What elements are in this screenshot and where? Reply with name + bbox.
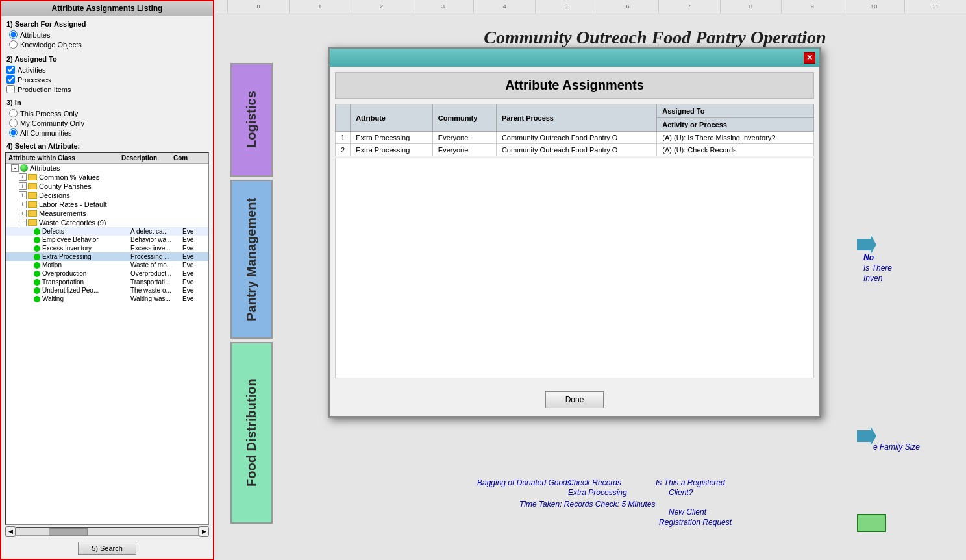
scroll-thumb[interactable]	[49, 528, 88, 536]
expand-root[interactable]: -	[11, 164, 19, 172]
extra-com: Eve	[182, 253, 208, 260]
table-row-2[interactable]: 2 Extra Processing Everyone Community Ou…	[336, 144, 814, 156]
radio-knowledge[interactable]: Knowledge Objects	[9, 40, 208, 49]
waiting-com: Eve	[182, 295, 208, 302]
dialog-footer: Done	[330, 383, 819, 416]
expand-waste[interactable]: -	[19, 219, 27, 226]
motion-desc: Waste of mo...	[130, 262, 182, 269]
expand-county[interactable]: +	[19, 182, 27, 190]
item-overproduction[interactable]: Overproduction Overproduct... Eve	[6, 269, 208, 278]
row2-num: 2	[336, 144, 351, 156]
radio-knowledge-input[interactable]	[9, 40, 18, 49]
section3-radios: This Process Only My Community Only All …	[6, 109, 208, 137]
under-com: Eve	[182, 287, 208, 294]
excess-name: Excess Inventory	[42, 245, 130, 252]
attribute-tree[interactable]: Attribute within Class Description Com -…	[5, 152, 209, 525]
item-excess-inventory[interactable]: Excess Inventory Excess inve... Eve	[6, 244, 208, 252]
radio-my-community-input[interactable]	[9, 119, 18, 127]
radio-my-community[interactable]: My Community Only	[9, 119, 208, 127]
radio-attributes[interactable]: Attributes	[9, 30, 208, 39]
defects-row: Defects A defect ca... Eve	[42, 228, 208, 235]
defects-com: Eve	[182, 228, 208, 235]
radio-this-process[interactable]: This Process Only	[9, 109, 208, 117]
panel-title: Attribute Assignments Listing	[1, 1, 213, 16]
cb-activities-input[interactable]	[6, 66, 15, 74]
folder-labor[interactable]: + Labor Rates - Default	[6, 200, 208, 209]
over-com: Eve	[182, 270, 208, 277]
radio-all-communities-input[interactable]	[9, 128, 18, 137]
tree-col1-header: Attribute within Class	[8, 154, 121, 162]
section3-label: 3) In	[6, 99, 208, 106]
excess-row: Excess Inventory Excess inve... Eve	[42, 245, 208, 252]
expand-labor[interactable]: +	[19, 201, 27, 208]
ruler-2: 2	[351, 0, 412, 14]
folder-decisions-icon	[28, 192, 37, 199]
section1: 1) Search For Assigned Attributes Knowle…	[1, 16, 213, 53]
circle-extra	[34, 254, 40, 260]
expand-decisions[interactable]: +	[19, 191, 27, 199]
row2-attribute: Extra Processing	[351, 144, 433, 156]
th-assigned-to: Assigned To	[657, 104, 814, 118]
row1-community: Everyone	[432, 132, 496, 144]
done-button[interactable]: Done	[545, 391, 604, 408]
folder-county[interactable]: + County Parishes	[6, 182, 208, 191]
section3: 3) In This Process Only My Community Onl…	[1, 96, 213, 140]
scroll-left-btn[interactable]: ◀	[5, 526, 16, 537]
item-extra-processing[interactable]: Extra Processing Processing ... Eve	[6, 252, 208, 261]
tree-root[interactable]: - Attributes	[6, 164, 208, 173]
empty-content-area	[335, 158, 814, 378]
expand-common[interactable]: +	[19, 173, 27, 181]
row1-num: 1	[336, 132, 351, 144]
item-motion[interactable]: Motion Waste of mo... Eve	[6, 261, 208, 269]
item-waiting[interactable]: Waiting Waiting was... Eve	[6, 295, 208, 303]
table-row-1[interactable]: 1 Extra Processing Everyone Community Ou…	[336, 132, 814, 144]
emp-row: Employee Behavior Behavior wa... Eve	[42, 236, 208, 243]
dialog-overlay: ✕ Attribute Assignments Attribute Commun…	[214, 14, 966, 560]
assignments-table: Attribute Community Parent Process Assig…	[335, 104, 814, 156]
folder-waste-icon	[28, 219, 37, 226]
ruler-8: 8	[720, 0, 782, 14]
defects-name: Defects	[42, 228, 130, 235]
assigned-to-left-col: Activities Processes Production Items	[6, 66, 71, 93]
circle-waiting	[34, 296, 40, 302]
item-transport[interactable]: Transportation Transportati... Eve	[6, 278, 208, 286]
cb-processes[interactable]: Processes	[6, 75, 71, 84]
section2-checkboxes: Activities Processes Production Items	[6, 66, 208, 93]
row1-attribute: Extra Processing	[351, 132, 433, 144]
item-underutilized[interactable]: Underutilized Peo... The waste o... Eve	[6, 286, 208, 295]
cb-production-items[interactable]: Production Items	[6, 85, 71, 93]
ruler-9: 9	[781, 0, 843, 14]
left-panel: Attribute Assignments Listing 1) Search …	[0, 0, 214, 560]
ruler-11: 11	[904, 0, 966, 14]
motion-com: Eve	[182, 262, 208, 269]
under-desc: The waste o...	[130, 287, 182, 294]
scroll-right-btn[interactable]: ▶	[199, 526, 209, 537]
folder-decisions[interactable]: + Decisions	[6, 191, 208, 200]
cb-production-items-input[interactable]	[6, 85, 15, 93]
folder-common-icon	[28, 174, 37, 180]
cb-production-items-label: Production Items	[18, 86, 71, 93]
cb-activities[interactable]: Activities	[6, 66, 71, 74]
dialog-titlebar: ✕	[330, 49, 819, 67]
circle-under	[34, 287, 40, 294]
radio-attributes-input[interactable]	[9, 30, 18, 39]
folder-common[interactable]: + Common % Values	[6, 173, 208, 182]
ruler-6: 6	[597, 0, 658, 14]
radio-this-process-input[interactable]	[9, 109, 18, 117]
expand-measurements[interactable]: +	[19, 210, 27, 217]
item-employee-behavior[interactable]: Employee Behavior Behavior wa... Eve	[6, 236, 208, 244]
cb-processes-input[interactable]	[6, 75, 15, 84]
item-defects[interactable]: Defects A defect ca... Eve	[6, 227, 208, 236]
section2-label: 2) Assigned To	[6, 55, 208, 63]
hscrollbar[interactable]	[16, 527, 199, 536]
search-button[interactable]: 5) Search	[78, 542, 136, 555]
dialog-content: Attribute Assignments Attribute Communit…	[330, 67, 819, 383]
th-num	[336, 104, 351, 132]
excess-desc: Excess inve...	[130, 245, 182, 252]
section4-label: 4) Select an Attribute:	[1, 140, 213, 152]
dialog-close-button[interactable]: ✕	[804, 52, 815, 64]
folder-measurements[interactable]: + Measurements	[6, 209, 208, 218]
folder-waste[interactable]: - Waste Categories (9)	[6, 218, 208, 227]
radio-all-communities[interactable]: All Communities	[9, 128, 208, 137]
radio-my-community-label: My Community Only	[20, 119, 84, 127]
